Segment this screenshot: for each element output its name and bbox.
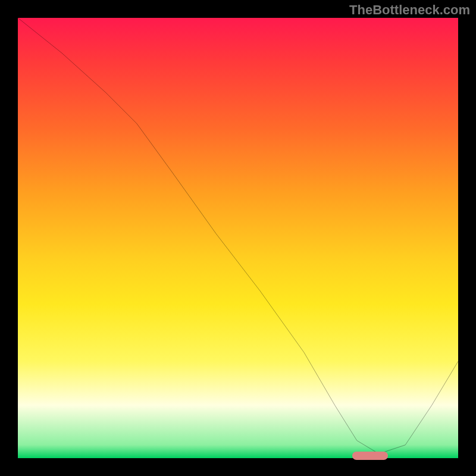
bottleneck-curve bbox=[18, 18, 458, 458]
chart-frame: TheBottleneck.com bbox=[0, 0, 476, 476]
plot-area bbox=[18, 18, 458, 458]
attribution-label: TheBottleneck.com bbox=[349, 2, 470, 18]
optimal-range-marker bbox=[352, 452, 387, 460]
